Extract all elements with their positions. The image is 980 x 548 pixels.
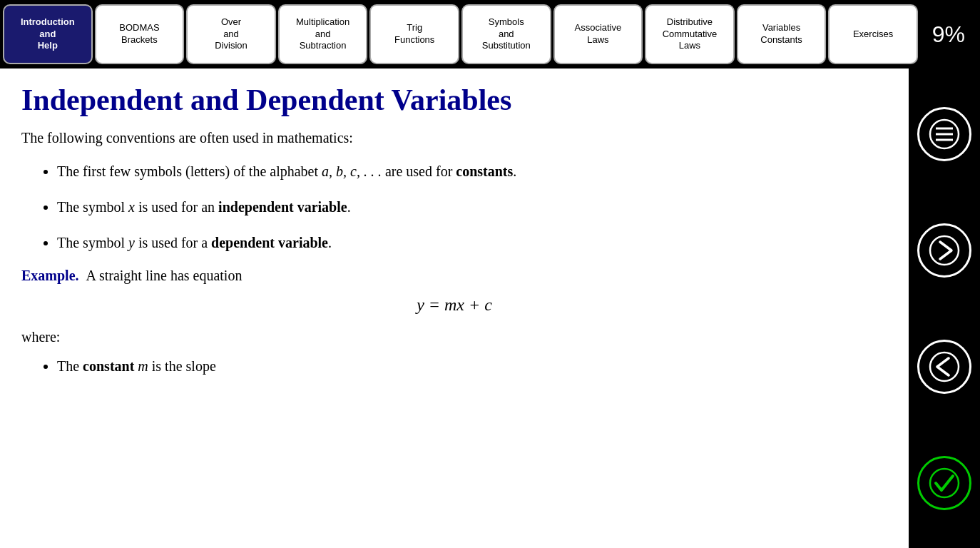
italic-text: y	[128, 235, 135, 250]
tab-assoc[interactable]: AssociativeLaws	[553, 4, 643, 64]
list-item: The first few symbols (letters) of the a…	[57, 161, 887, 182]
main-wrapper: Independent and Dependent Variables The …	[0, 68, 980, 548]
bullet-list: The first few symbols (letters) of the a…	[21, 161, 887, 253]
list-item: The symbol y is used for a dependent var…	[57, 232, 887, 253]
intro-paragraph: The following conventions are often used…	[21, 130, 887, 146]
back-arrow-icon	[929, 351, 960, 382]
bold-text: dependent variable	[211, 235, 328, 250]
where-text: where:	[21, 329, 887, 345]
example-text: A straight line has equation	[86, 268, 243, 283]
tab-intro[interactable]: IntroductionandHelp	[3, 4, 93, 64]
list-item: The constant m is the slope	[57, 355, 887, 377]
bold-text: constants	[456, 163, 513, 179]
italic-text: a, b, c, . . .	[322, 163, 382, 179]
where-bullet-list: The constant m is the slope	[21, 355, 887, 377]
equation-display: y = mx + c	[21, 295, 887, 315]
back-button[interactable]	[917, 340, 971, 394]
check-button[interactable]	[917, 456, 971, 510]
list-item: The symbol x is used for an independent …	[57, 196, 887, 218]
tab-exercises[interactable]: Exercises	[828, 4, 918, 64]
italic-text: m	[138, 358, 148, 374]
italic-text: x	[128, 199, 135, 215]
page-title: Independent and Dependent Variables	[21, 83, 887, 117]
tab-dist[interactable]: DistributiveCommutativeLaws	[645, 4, 735, 64]
svg-point-4	[930, 236, 959, 265]
tab-trig[interactable]: TrigFunctions	[369, 4, 459, 64]
tab-over[interactable]: OverandDivision	[186, 4, 276, 64]
progress-indicator: 9%	[920, 4, 977, 64]
bold-text: constant	[83, 358, 134, 374]
sidebar	[909, 68, 980, 548]
top-navigation: IntroductionandHelp BODMASBrackets Overa…	[0, 0, 980, 68]
check-icon	[929, 467, 960, 499]
content-area: Independent and Dependent Variables The …	[0, 68, 909, 548]
tab-bodmas[interactable]: BODMASBrackets	[95, 4, 185, 64]
menu-icon	[929, 118, 960, 150]
bold-text: independent variable	[218, 199, 347, 215]
example-line: Example. A straight line has equation	[21, 268, 887, 284]
tab-symbols[interactable]: SymbolsandSubstitution	[461, 4, 551, 64]
menu-button[interactable]	[917, 107, 971, 161]
equation-text: y = mx + c	[417, 295, 492, 314]
tab-vars[interactable]: VariablesConstants	[737, 4, 827, 64]
next-button[interactable]	[917, 223, 971, 278]
svg-point-5	[930, 352, 959, 381]
example-label: Example.	[21, 268, 79, 283]
tab-mult[interactable]: MultiplicationandSubtraction	[278, 4, 368, 64]
next-arrow-icon	[929, 235, 960, 266]
